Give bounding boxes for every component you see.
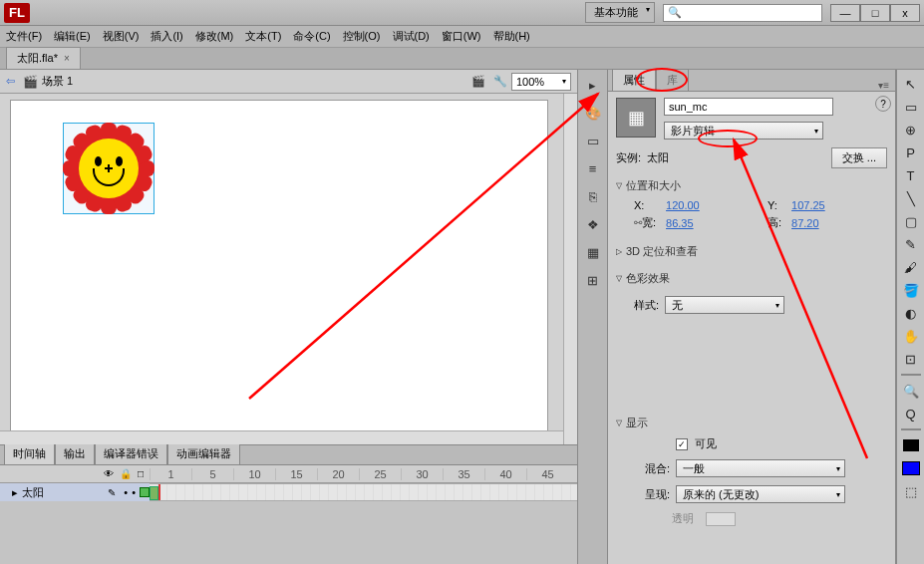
height-value[interactable]: 87.20 bbox=[791, 217, 883, 229]
lock-aspect-icon[interactable]: ⚯ bbox=[634, 217, 642, 228]
style-label: 样式: bbox=[634, 298, 659, 313]
eye-column-icon[interactable]: 👁 bbox=[104, 468, 114, 479]
render-combo[interactable]: 原来的 (无更改) bbox=[676, 485, 845, 503]
pen-tool[interactable]: T bbox=[900, 165, 922, 185]
layer-active-icon: ▸ bbox=[12, 486, 18, 499]
layer-outline-swatch[interactable] bbox=[140, 487, 150, 497]
menu-file[interactable]: 文件(F) bbox=[6, 29, 42, 44]
section-display[interactable]: ▽显示 bbox=[616, 414, 887, 432]
tab-compiler-errors[interactable]: 编译器错误 bbox=[95, 442, 167, 464]
keyframe[interactable] bbox=[150, 486, 158, 500]
width-label: ⚯宽: bbox=[634, 215, 656, 230]
document-tab[interactable]: 太阳.fla* × bbox=[6, 47, 81, 69]
width-value[interactable]: 86.35 bbox=[666, 217, 758, 229]
document-tab-close[interactable]: × bbox=[64, 53, 70, 64]
visible-checkbox[interactable]: ✓ bbox=[676, 438, 688, 450]
dock-icon-expand[interactable]: ▸ bbox=[584, 76, 602, 94]
lasso-tool[interactable]: P bbox=[900, 142, 922, 162]
zoom-tool[interactable]: Q bbox=[900, 404, 922, 423]
section-3d[interactable]: ▷3D 定位和查看 bbox=[616, 242, 887, 261]
stage-hscrollbar[interactable] bbox=[0, 430, 563, 444]
layer-name-label[interactable]: 太阳 bbox=[22, 485, 44, 500]
search-box[interactable]: 🔍 bbox=[663, 4, 822, 22]
transparent-swatch bbox=[706, 512, 736, 526]
scene-name[interactable]: 场景 1 bbox=[42, 74, 73, 89]
frames-track[interactable] bbox=[150, 483, 577, 501]
search-input[interactable] bbox=[682, 7, 819, 19]
tab-motion-editor[interactable]: 动画编辑器 bbox=[167, 442, 240, 464]
window-close[interactable]: x bbox=[890, 4, 920, 22]
instance-name-input[interactable] bbox=[664, 98, 833, 116]
playhead[interactable] bbox=[158, 484, 160, 500]
stage[interactable] bbox=[10, 100, 548, 438]
section-color-effect[interactable]: ▽色彩效果 bbox=[616, 269, 887, 288]
x-value[interactable]: 120.00 bbox=[666, 199, 758, 211]
subselection-tool[interactable]: ▭ bbox=[900, 97, 922, 117]
dock-icon-align[interactable]: ≡ bbox=[584, 159, 602, 177]
x-label: X: bbox=[634, 199, 656, 211]
menu-view[interactable]: 视图(V) bbox=[103, 29, 140, 44]
instance-type-combo[interactable]: 影片剪辑 bbox=[664, 122, 823, 140]
section-position-size[interactable]: ▽位置和大小 bbox=[616, 176, 887, 195]
rectangle-tool[interactable]: ✎ bbox=[900, 234, 922, 254]
y-label: Y: bbox=[768, 199, 781, 211]
free-transform-tool[interactable]: ⊕ bbox=[900, 120, 922, 140]
scene-icon: 🎬 bbox=[23, 75, 38, 89]
eyedropper-tool[interactable]: ✋ bbox=[900, 326, 922, 346]
color-options-icon[interactable]: ⬚ bbox=[900, 481, 922, 501]
workspace-selector[interactable]: 基本功能 bbox=[585, 2, 655, 23]
frames-ruler[interactable]: 151015202530354045 bbox=[150, 468, 577, 480]
eraser-tool[interactable]: ⊡ bbox=[900, 349, 922, 369]
help-icon[interactable]: ? bbox=[875, 96, 891, 112]
panel-menu-icon[interactable]: ▾≡ bbox=[872, 80, 895, 91]
edit-scene-icon[interactable]: 🎬 bbox=[469, 74, 487, 90]
menu-control[interactable]: 控制(O) bbox=[343, 29, 381, 44]
tab-timeline[interactable]: 时间轴 bbox=[4, 442, 55, 464]
tab-properties[interactable]: 属性 bbox=[612, 69, 656, 91]
zoom-selector[interactable]: 100% bbox=[511, 73, 571, 91]
tab-library[interactable]: 库 bbox=[656, 69, 689, 91]
line-tool[interactable]: ▢ bbox=[900, 211, 922, 231]
dock-icon-color[interactable]: 🎨 bbox=[584, 104, 602, 122]
brush-tool[interactable]: 🪣 bbox=[900, 280, 922, 300]
outline-column-icon[interactable]: □ bbox=[138, 468, 144, 479]
stage-vscrollbar[interactable] bbox=[563, 94, 577, 444]
fill-color-swatch[interactable] bbox=[900, 458, 922, 478]
menu-commands[interactable]: 命令(C) bbox=[293, 29, 330, 44]
dock-icon-library[interactable]: ▦ bbox=[584, 243, 602, 261]
menu-text[interactable]: 文本(T) bbox=[245, 29, 281, 44]
window-maximize[interactable]: □ bbox=[860, 4, 890, 22]
dock-icon-components[interactable]: ⊞ bbox=[584, 271, 602, 289]
style-combo[interactable]: 无 bbox=[665, 296, 784, 314]
dock-icon-transform[interactable]: ❖ bbox=[584, 215, 602, 233]
scene-back-icon[interactable]: ⇦ bbox=[6, 75, 15, 88]
blend-combo[interactable]: 一般 bbox=[676, 459, 845, 477]
window-minimize[interactable]: — bbox=[830, 4, 860, 22]
pencil-tool[interactable]: 🖌 bbox=[900, 257, 922, 277]
menu-modify[interactable]: 修改(M) bbox=[195, 29, 234, 44]
layer-lock-dot[interactable]: • bbox=[132, 486, 136, 498]
y-value[interactable]: 107.25 bbox=[791, 199, 883, 211]
dock-icon-swatches[interactable]: ▭ bbox=[584, 132, 602, 149]
hand-tool[interactable]: 🔍 bbox=[900, 381, 922, 401]
menu-insert[interactable]: 插入(I) bbox=[151, 29, 182, 44]
lock-column-icon[interactable]: 🔒 bbox=[120, 468, 132, 479]
dock-icon-info[interactable]: ⎘ bbox=[584, 187, 602, 205]
menu-window[interactable]: 窗口(W) bbox=[442, 29, 481, 44]
paint-bucket-tool[interactable]: ◐ bbox=[900, 303, 922, 323]
layer-row[interactable]: ▸ 太阳 ✎ • • bbox=[0, 483, 577, 501]
menu-help[interactable]: 帮助(H) bbox=[493, 29, 530, 44]
menubar: 文件(F) 编辑(E) 视图(V) 插入(I) 修改(M) 文本(T) 命令(C… bbox=[0, 26, 924, 48]
menu-debug[interactable]: 调试(D) bbox=[393, 29, 430, 44]
menu-edit[interactable]: 编辑(E) bbox=[54, 29, 91, 44]
layer-eye-dot[interactable]: • bbox=[124, 486, 128, 498]
instance-thumbnail: ▦ bbox=[616, 98, 656, 138]
edit-symbol-icon[interactable]: 🔧 bbox=[491, 74, 509, 90]
tab-output[interactable]: 输出 bbox=[55, 442, 95, 464]
stroke-color-swatch[interactable] bbox=[900, 435, 922, 455]
app-logo: FL bbox=[4, 3, 30, 23]
text-tool[interactable]: ╲ bbox=[900, 188, 922, 208]
selection-tool[interactable]: ↖ bbox=[900, 74, 922, 94]
symbol-instance[interactable] bbox=[65, 125, 153, 212]
swap-button[interactable]: 交换 ... bbox=[831, 147, 887, 168]
